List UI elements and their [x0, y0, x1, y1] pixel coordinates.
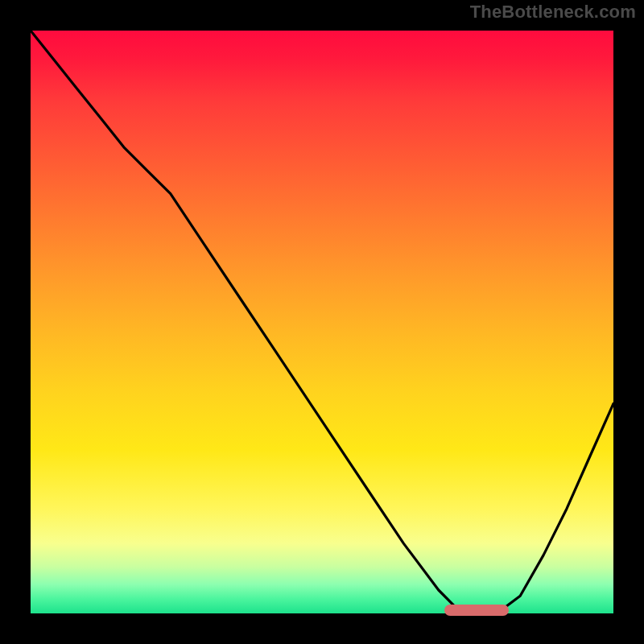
plot-area: [24, 24, 620, 620]
optimal-range-marker: [444, 605, 509, 616]
bottleneck-curve: [31, 31, 613, 613]
watermark-text: TheBottleneck.com: [470, 2, 636, 23]
chart-stage: TheBottleneck.com: [0, 0, 644, 644]
